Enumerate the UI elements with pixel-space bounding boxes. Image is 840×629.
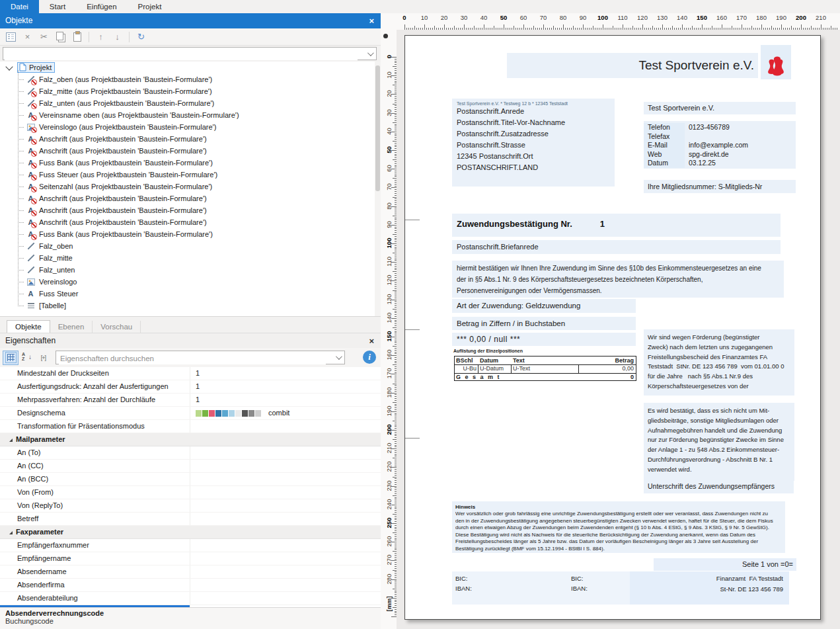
property-value[interactable]: [190, 446, 381, 459]
delete-button[interactable]: ×: [19, 30, 36, 44]
info-button[interactable]: i: [363, 351, 376, 364]
property-value[interactable]: [190, 592, 381, 605]
property-value[interactable]: combit: [190, 407, 381, 419]
property-row[interactable]: Designschemacombit: [0, 407, 381, 420]
property-value[interactable]: [190, 499, 381, 512]
tree-item[interactable]: AVereinsname oben (aus Projektbaustein '…: [0, 109, 381, 121]
categorized-view-button[interactable]: [3, 351, 19, 365]
tree-item[interactable]: AAnschrift (aus Projektbaustein 'Baustei…: [0, 133, 381, 145]
tree-item[interactable]: AFuss Bank (aus Projektbaustein 'Baustei…: [0, 228, 381, 240]
expand-all-button[interactable]: [+]: [35, 351, 52, 365]
menu-tab-projekt[interactable]: Projekt: [128, 0, 172, 13]
move-down-button[interactable]: ↓: [109, 30, 126, 44]
tree-item[interactable]: AAnschrift (aus Projektbaustein 'Baustei…: [0, 145, 381, 157]
tree-item[interactable]: ASeitenzahl (aus Projektbaustein 'Bauste…: [0, 181, 381, 192]
chevron-down-icon[interactable]: [367, 50, 374, 56]
tree-root-projekt[interactable]: Projekt: [0, 62, 381, 73]
property-row[interactable]: Absenderfirma: [0, 579, 381, 592]
doc-title[interactable]: Zuwendungsbestätigung Nr.1: [452, 214, 781, 237]
property-value[interactable]: [190, 539, 381, 552]
tab-objekte[interactable]: Objekte: [7, 320, 50, 333]
doc-address-block[interactable]: Test Sportverein e.V. * Testweg 12 b * 1…: [452, 99, 615, 187]
doc-intro-paragraph[interactable]: hiermit bestätigen wir Ihnen Ihre Zuwend…: [452, 261, 784, 298]
property-row[interactable]: Von (ReplyTo): [0, 499, 381, 513]
doc-tax-note[interactable]: Wir sind wegen Förderung (begünstigter Z…: [644, 329, 794, 396]
close-icon[interactable]: ×: [369, 333, 374, 349]
property-search-combobox[interactable]: [56, 351, 345, 364]
tree-item[interactable]: AAnschrift (aus Projektbaustein 'Baustei…: [0, 216, 381, 228]
doc-amount-value[interactable]: *** 0,00 / null ***: [452, 333, 636, 346]
chevron-down-icon[interactable]: [336, 353, 342, 360]
chevron-expanded-icon[interactable]: [5, 63, 13, 70]
property-value[interactable]: 1: [190, 380, 381, 393]
property-value[interactable]: [190, 420, 381, 433]
tree-item[interactable]: Falz_oben: [0, 240, 381, 252]
property-search-input[interactable]: [59, 352, 326, 364]
doc-membership-line[interactable]: Ihre Mitgliedsnummer: S-Mitglieds-Nr: [644, 180, 796, 193]
doc-contact-block[interactable]: Telefon0123-456789TelefaxE-Mailinfo@exam…: [644, 121, 796, 169]
property-row[interactable]: Empfängerfaxnummer: [0, 539, 381, 552]
object-filter-input[interactable]: [5, 48, 358, 60]
doc-signature-line[interactable]: Unterschrift des Zuwendungsempfängers: [644, 479, 794, 493]
property-value[interactable]: [190, 486, 381, 499]
tree-item[interactable]: AAnschrift (aus Projektbaustein 'Baustei…: [0, 192, 381, 204]
doc-page-counter[interactable]: Seite 1 von =0=: [654, 558, 796, 571]
tree-item[interactable]: Falz_unten: [0, 264, 381, 276]
property-row[interactable]: Absendername: [0, 566, 381, 579]
tree-item[interactable]: [Tabelle]: [0, 300, 381, 312]
menu-tab-einfügen[interactable]: Einfügen: [76, 0, 127, 13]
property-group-mailparameter[interactable]: Mailparameter: [0, 433, 381, 446]
doc-footer-left[interactable]: BIC: IBAN:: [455, 573, 472, 593]
table-data-row[interactable]: U-BuU-DatumU-Text0,00: [455, 365, 636, 373]
doc-donation-type[interactable]: Art der Zuwendung: Geldzuwendung: [452, 299, 636, 313]
document-page[interactable]: Test Sportverein e.V. Test Sportverein e…: [404, 35, 821, 620]
doc-salutation[interactable]: Postanschrift.Briefanrede: [452, 240, 781, 254]
property-row[interactable]: Ausfertigungsdruck: Anzahl der Ausfertig…: [0, 380, 381, 394]
tree-item[interactable]: Falz_mitte: [0, 252, 381, 264]
tree-item[interactable]: AFuss Steuer (aus Projektbaustein 'Baust…: [0, 169, 381, 181]
cut-button[interactable]: ✂: [36, 30, 52, 44]
property-row[interactable]: Betreff: [0, 513, 381, 526]
property-value[interactable]: [190, 552, 381, 565]
copy-button[interactable]: [52, 30, 69, 44]
tree-item[interactable]: AFuss Steuer: [0, 288, 381, 300]
tab-ebenen[interactable]: Ebenen: [50, 321, 93, 333]
assign-to-layer-button[interactable]: ↻: [133, 30, 149, 44]
property-row[interactable]: An (CC): [0, 460, 381, 473]
property-value[interactable]: 1: [190, 367, 381, 380]
doc-footer-right[interactable]: Finanzamt FA Teststadt St-Nr. DE 123 456…: [630, 573, 786, 595]
object-filter-combobox[interactable]: [3, 47, 377, 60]
doc-confirm-note[interactable]: Es wird bestätigt, dass es sich nicht um…: [644, 403, 794, 481]
doc-notice-block[interactable]: Hinweis Wer vorsätzlich oder grob fahrlä…: [452, 501, 785, 553]
doc-amount-label[interactable]: Betrag in Ziffern / in Buchstaben: [452, 317, 636, 330]
property-value[interactable]: 1: [190, 394, 381, 406]
property-value[interactable]: [190, 513, 381, 525]
doc-info-org[interactable]: Test Sportverein e.V.: [644, 102, 796, 114]
property-row[interactable]: Empfängername: [0, 552, 381, 566]
close-icon[interactable]: ×: [369, 13, 374, 28]
sort-az-button[interactable]: AZ↓: [19, 351, 35, 365]
tab-vorschau[interactable]: Vorschau: [93, 321, 141, 333]
tree-scrollbar[interactable]: [375, 62, 381, 316]
property-row[interactable]: Absenderabteilung: [0, 592, 381, 605]
menu-tab-start[interactable]: Start: [39, 0, 76, 13]
property-row[interactable]: An (BCC): [0, 473, 381, 486]
property-value[interactable]: [190, 566, 381, 578]
design-viewport[interactable]: Test Sportverein e.V. Test Sportverein e…: [397, 30, 840, 629]
properties-button[interactable]: [3, 30, 19, 44]
tree-item[interactable]: Falz_mitte (aus Projektbaustein 'Baustei…: [0, 85, 381, 97]
property-value[interactable]: [190, 460, 381, 472]
property-row[interactable]: Transformation für Präsentationsmodus: [0, 420, 381, 433]
property-row[interactable]: Mindestzahl der Druckseiten1: [0, 367, 381, 380]
property-group-faxparameter[interactable]: Faxparameter: [0, 526, 381, 539]
tree-item[interactable]: Falz_oben (aus Projektbaustein 'Baustein…: [0, 73, 381, 85]
property-row[interactable]: Mehrpassverfahren: Anzahl der Durchläufe…: [0, 394, 381, 407]
menu-tab-datei[interactable]: Datei: [0, 0, 39, 13]
tree-item[interactable]: Falz_unten (aus Projektbaustein 'Baustei…: [0, 97, 381, 109]
tree-item[interactable]: Vereinslogo: [0, 276, 381, 288]
tree-item[interactable]: AAnschrift (aus Projektbaustein 'Baustei…: [0, 204, 381, 216]
doc-logo[interactable]: [761, 45, 791, 79]
doc-header-title[interactable]: Test Sportverein e.V.: [507, 53, 758, 78]
tree-item[interactable]: AFuss Bank (aus Projektbaustein 'Baustei…: [0, 157, 381, 169]
property-value[interactable]: [190, 579, 381, 591]
